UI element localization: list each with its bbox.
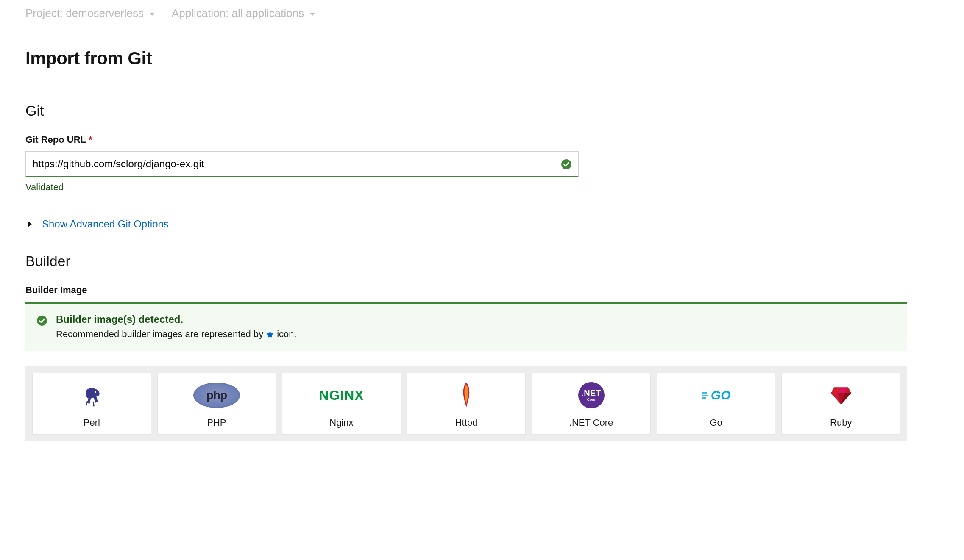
alert-desc-pre: Recommended builder images are represent… <box>56 329 263 340</box>
project-dropdown-label: Project: demoserverless <box>25 7 144 20</box>
advanced-git-toggle[interactable]: Show Advanced Git Options <box>25 218 907 230</box>
check-circle-icon <box>36 315 47 326</box>
application-dropdown[interactable]: Application: all applications <box>172 7 315 20</box>
git-url-input[interactable] <box>25 151 579 177</box>
svg-point-2 <box>95 391 97 393</box>
alert-title: Builder image(s) detected. <box>56 313 297 325</box>
nginx-icon: NGINX <box>319 383 364 408</box>
builder-card-label: Httpd <box>455 417 478 428</box>
git-url-label: Git Repo URL* <box>25 134 907 145</box>
caret-down-icon <box>150 13 155 16</box>
builder-image-grid: Perl php PHP NGINX Nginx Httpd <box>25 366 907 441</box>
project-dropdown[interactable]: Project: demoserverless <box>25 7 155 20</box>
page-content: Import from Git Git Git Repo URL* Valida… <box>0 28 933 458</box>
git-section-title: Git <box>25 103 907 119</box>
alert-description: Recommended builder images are represent… <box>56 329 297 340</box>
go-icon: GO <box>702 383 731 408</box>
top-context-bar: Project: demoserverless Application: all… <box>0 0 964 28</box>
ruby-icon <box>830 383 853 408</box>
application-dropdown-label: Application: all applications <box>172 7 304 20</box>
git-url-helper: Validated <box>25 182 907 193</box>
alert-desc-post: icon. <box>277 329 296 340</box>
builder-card-perl[interactable]: Perl <box>32 373 151 435</box>
check-circle-icon <box>561 159 572 170</box>
builder-card-label: Go <box>710 417 722 428</box>
php-icon: php <box>193 383 240 408</box>
builder-card-label: Perl <box>84 417 100 428</box>
builder-card-label: Nginx <box>329 417 353 428</box>
builder-detected-alert: Builder image(s) detected. Recommended b… <box>25 302 907 351</box>
page-title: Import from Git <box>25 48 907 69</box>
caret-down-icon <box>310 13 315 16</box>
builder-card-ruby[interactable]: Ruby <box>781 373 900 435</box>
required-asterisk: * <box>89 134 92 145</box>
perl-icon <box>79 383 104 408</box>
builder-card-nginx[interactable]: NGINX Nginx <box>282 373 401 435</box>
builder-card-php[interactable]: php PHP <box>157 373 276 435</box>
builder-card-httpd[interactable]: Httpd <box>407 373 526 435</box>
httpd-icon <box>459 383 474 408</box>
chevron-right-icon <box>28 221 32 227</box>
alert-body: Builder image(s) detected. Recommended b… <box>56 313 297 340</box>
builder-card-go[interactable]: GO Go <box>657 373 776 435</box>
builder-card-label: PHP <box>207 417 226 428</box>
advanced-git-link: Show Advanced Git Options <box>42 218 169 230</box>
builder-card-label: .NET Core <box>569 417 613 428</box>
star-icon <box>266 330 274 338</box>
builder-image-label: Builder Image <box>25 285 907 296</box>
builder-section-title: Builder <box>25 253 907 269</box>
dotnet-icon: .NET Core <box>578 383 605 408</box>
builder-card-label: Ruby <box>830 417 852 428</box>
git-url-input-wrap <box>25 151 579 177</box>
builder-card-dotnet[interactable]: .NET Core .NET Core <box>532 373 651 435</box>
git-url-label-text: Git Repo URL <box>25 134 86 145</box>
